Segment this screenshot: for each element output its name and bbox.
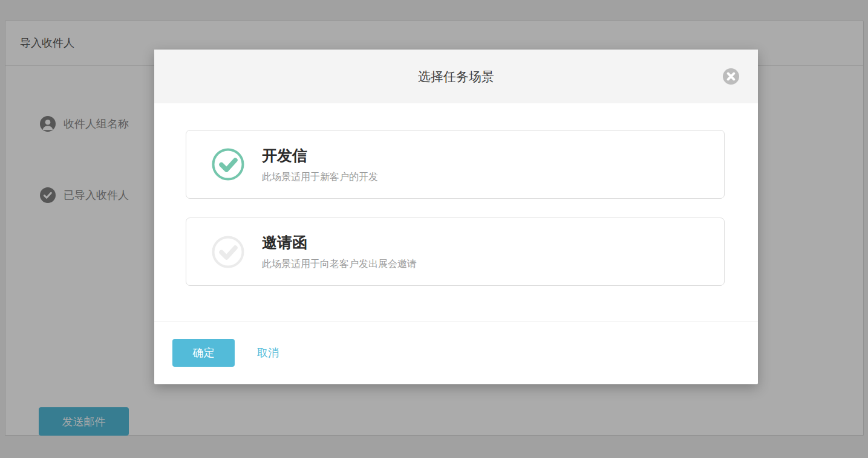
option-description: 此场景适用于新客户的开发 <box>262 171 378 184</box>
dialog-title: 选择任务场景 <box>418 68 494 85</box>
check-circle-icon <box>212 148 244 181</box>
option-invitation-letter[interactable]: 邀请函 此场景适用于向老客户发出展会邀请 <box>186 218 725 286</box>
dialog-footer: 确定 取消 <box>154 321 758 384</box>
option-texts: 开发信 此场景适用于新客户的开发 <box>262 146 378 184</box>
confirm-button[interactable]: 确定 <box>172 339 235 367</box>
cancel-link[interactable]: 取消 <box>257 346 279 360</box>
dialog-header: 选择任务场景 <box>154 50 758 103</box>
option-title: 开发信 <box>262 146 378 166</box>
option-development-letter[interactable]: 开发信 此场景适用于新客户的开发 <box>186 130 725 199</box>
close-icon[interactable] <box>723 68 739 85</box>
option-texts: 邀请函 此场景适用于向老客户发出展会邀请 <box>262 233 417 271</box>
option-title: 邀请函 <box>262 233 417 253</box>
option-description: 此场景适用于向老客户发出展会邀请 <box>262 258 417 271</box>
select-task-scenario-dialog: 选择任务场景 开发信 此场景适用于新客户的开发 邀请函 <box>154 50 758 384</box>
check-circle-icon <box>212 236 244 268</box>
